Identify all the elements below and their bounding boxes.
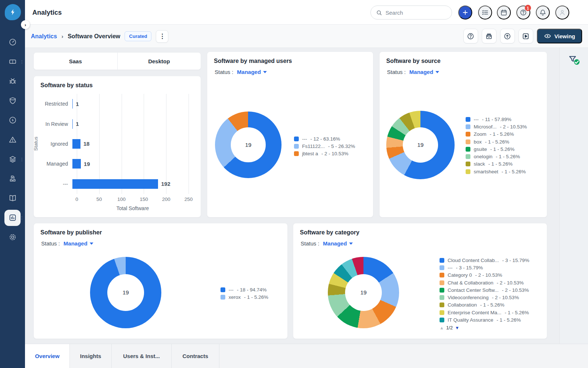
- tab-overview[interactable]: Overview: [25, 344, 70, 368]
- sidebar-collapse-button[interactable]: ›: [21, 20, 30, 29]
- sidebar-item-settings[interactable]: [0, 227, 25, 247]
- tab-insights[interactable]: Insights: [70, 344, 112, 368]
- legend-item: jbtest a- 2 - 10.53%: [294, 150, 355, 158]
- bar[interactable]: [72, 139, 80, 149]
- viewing-mode-button[interactable]: Viewing: [537, 29, 582, 43]
- status-filter-dropdown[interactable]: Managed: [323, 240, 353, 247]
- email-digest-button[interactable]: [482, 29, 496, 43]
- tasks-button[interactable]: [478, 6, 492, 20]
- legend-value: - 1 - 5.26%: [505, 310, 529, 315]
- sidebar-item-integrations[interactable]: ⋮: [0, 149, 25, 169]
- global-search[interactable]: [370, 6, 452, 20]
- chevron-right-icon: ›: [61, 33, 63, 39]
- legend-value: - 3 - 15.79%: [456, 265, 483, 270]
- legend-label: Cloud Content Collab...: [448, 258, 499, 263]
- search-input[interactable]: [386, 10, 441, 16]
- status-filter-dropdown[interactable]: Managed: [409, 69, 439, 75]
- legend-label: smartsheet: [474, 169, 498, 174]
- app-logo[interactable]: [5, 4, 21, 20]
- caret-down-icon: [90, 243, 93, 245]
- bar[interactable]: [72, 179, 158, 189]
- help-button[interactable]: 1: [516, 6, 530, 20]
- status-filter-dropdown[interactable]: Managed: [237, 69, 267, 75]
- legend-swatch: [466, 132, 470, 137]
- caret-down-icon: [435, 71, 439, 73]
- legend-label: ---: [229, 287, 234, 293]
- x-axis-tick: 100: [117, 197, 126, 202]
- item-options-icon[interactable]: ⋮: [20, 158, 24, 161]
- tab-contracts[interactable]: Contracts: [172, 344, 219, 368]
- page-options-button[interactable]: ⋮: [156, 30, 168, 43]
- legend-item: gsuite- 1 - 5.26%: [466, 145, 527, 153]
- legend-swatch: [440, 258, 444, 263]
- sidebar-item-analytics[interactable]: ⋮: [0, 208, 25, 227]
- legend-swatch: [440, 302, 444, 307]
- caret-down-icon: [349, 243, 353, 245]
- sidebar-item-licenses[interactable]: ⋮: [0, 52, 25, 71]
- bar-value-label: 19: [84, 161, 90, 167]
- legend-swatch: [440, 318, 444, 322]
- bar[interactable]: [72, 119, 73, 129]
- item-options-icon[interactable]: ⋮: [20, 60, 24, 64]
- status-filter: Status : Managed: [387, 69, 439, 75]
- dashboard-help-button[interactable]: [463, 29, 478, 43]
- legend-label: onelogin: [474, 154, 492, 159]
- card-software-by-managed-users: Software by managed users Status : Manag…: [207, 52, 373, 217]
- legend-swatch: [220, 287, 225, 292]
- legend-item: Microsof...- 2 - 10.53%: [466, 123, 527, 130]
- caret-down-icon: [263, 71, 267, 73]
- ticket-icon: [8, 57, 17, 66]
- bar-track: 1: [72, 94, 184, 114]
- bar[interactable]: [72, 159, 81, 169]
- legend-page-down-icon[interactable]: ▼: [455, 325, 459, 330]
- tab-users-instances[interactable]: Users & Inst...: [112, 344, 172, 368]
- sidebar-item-library[interactable]: [0, 188, 25, 208]
- tutorial-video-button[interactable]: [519, 29, 533, 43]
- status-filter: Status : Managed: [215, 69, 267, 75]
- tab-desktop[interactable]: Desktop: [117, 53, 201, 70]
- legend-swatch: [466, 139, 470, 144]
- search-icon: [376, 10, 382, 16]
- sidebar-item-alerts[interactable]: [0, 130, 25, 149]
- x-axis-tick: 250: [184, 197, 193, 202]
- card-title: Software by managed users: [214, 58, 292, 64]
- sidebar-item-dashboard[interactable]: [0, 32, 25, 52]
- status-filter: Status : Managed: [41, 240, 93, 247]
- legend-pagination: ▲ 1/2 ▼: [440, 325, 459, 330]
- sidebar-item-bugs[interactable]: [0, 71, 25, 91]
- legend-value: - 1 - 5.26%: [490, 146, 514, 152]
- bar[interactable]: [72, 99, 73, 109]
- breadcrumb-analytics-link[interactable]: Analytics: [31, 33, 57, 40]
- legend-swatch: [466, 169, 470, 174]
- legend-swatch: [466, 147, 470, 152]
- analytics-dashboard: ⋮ ⋮: [0, 0, 588, 368]
- export-button[interactable]: [500, 29, 515, 43]
- donut-total: 19: [360, 289, 366, 296]
- legend-value: - 5 - 26.32%: [328, 144, 355, 149]
- legend-item: Cloud Content Collab...- 3 - 15.79%: [440, 256, 529, 264]
- create-button[interactable]: [458, 6, 472, 20]
- filter-applied-button[interactable]: [568, 54, 578, 65]
- filter-label: Status :: [41, 240, 60, 247]
- breadcrumb: Analytics › Software Overview Curated ⋮: [31, 25, 168, 48]
- legend-page-up-icon[interactable]: ▲: [440, 325, 444, 330]
- plus-icon: [462, 9, 469, 16]
- breadcrumb-bar: Analytics › Software Overview Curated ⋮ …: [25, 25, 588, 48]
- sidebar-item-requests[interactable]: [0, 169, 25, 188]
- donut-chart-publisher: 19: [90, 257, 161, 328]
- sidebar-item-energy[interactable]: [0, 110, 25, 130]
- notifications-button[interactable]: [536, 6, 550, 20]
- status-filter-dropdown[interactable]: Managed: [64, 240, 93, 247]
- play-video-icon: [522, 32, 530, 40]
- tab-saas[interactable]: Saas: [34, 53, 117, 70]
- item-options-icon[interactable]: ⋮: [20, 216, 24, 220]
- filter-label: Status :: [387, 69, 406, 75]
- legend-label: Videoconferencing: [448, 295, 489, 300]
- legend-swatch: [466, 162, 470, 166]
- legend-swatch: [294, 137, 299, 141]
- donut-center: 19: [403, 127, 438, 163]
- sidebar-item-security[interactable]: [0, 91, 25, 110]
- bar-value-label: 192: [161, 181, 170, 187]
- profile-button[interactable]: [555, 6, 569, 20]
- calendar-button[interactable]: [497, 6, 511, 20]
